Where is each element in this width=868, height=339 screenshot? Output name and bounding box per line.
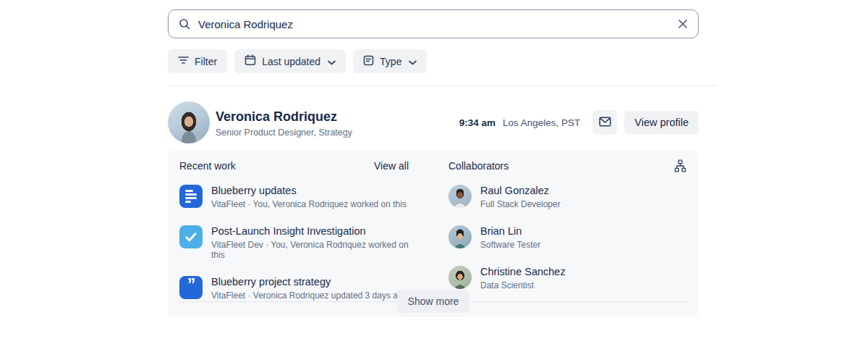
person-role: Senior Product Designer, Strategy <box>216 127 352 138</box>
filter-button[interactable]: Filter <box>168 49 227 73</box>
collaborator-name[interactable]: Brian Lin <box>480 225 540 238</box>
recent-work-item[interactable]: Blueberry updates VitaFleet · You, Veron… <box>179 185 409 209</box>
person-result-header: Veronica Rodriquez Senior Product Design… <box>168 101 699 143</box>
work-item-meta: VitaFleet Dev · You, Veronica Rodriquez … <box>211 240 409 260</box>
clear-search-button[interactable] <box>678 19 688 29</box>
search-results-page: Veronica Rodriquez Filter <box>168 0 699 317</box>
filter-bar: Filter Last updated <box>168 49 699 73</box>
recent-work-item[interactable]: Post-Launch Insight Investigation VitaFl… <box>179 225 409 260</box>
avatar <box>448 266 472 289</box>
last-updated-label: Last updated <box>262 56 320 67</box>
person-result-body: Recent work View all Blueberry updates V… <box>168 151 699 317</box>
work-item-title[interactable]: Blueberry project strategy <box>211 276 407 288</box>
collaborator-item[interactable]: Christine Sanchez Data Scientist <box>448 266 687 290</box>
show-more-button[interactable]: Show more <box>397 290 470 313</box>
calendar-icon <box>244 54 256 68</box>
person-name[interactable]: Veronica Rodriquez <box>216 108 352 125</box>
document-type-icon <box>363 55 374 68</box>
footer-divider <box>469 301 687 302</box>
collaborator-role: Software Tester <box>480 240 540 250</box>
work-item-title[interactable]: Blueberry updates <box>211 185 407 197</box>
search-input[interactable]: Veronica Rodriquez <box>168 9 699 38</box>
chevron-down-icon <box>328 56 336 67</box>
results-divider <box>168 85 716 86</box>
collaborator-role: Full Stack Developer <box>480 199 561 209</box>
document-icon <box>179 185 203 208</box>
collaborators-section: Collaborators Raul Gonzalez Full Stack <box>448 159 687 308</box>
type-label: Type <box>380 56 401 67</box>
view-all-link[interactable]: View all <box>374 160 409 172</box>
search-icon <box>179 18 190 30</box>
work-item-meta: VitaFleet · You, Veronica Rodriquez work… <box>211 199 407 209</box>
footer-divider <box>179 301 397 302</box>
avatar <box>448 185 472 208</box>
collaborator-name[interactable]: Christine Sanchez <box>480 266 566 278</box>
collaborator-role: Data Scientist <box>480 280 566 290</box>
collaborator-item[interactable]: Brian Lin Software Tester <box>448 225 687 250</box>
org-chart-icon[interactable] <box>673 159 687 173</box>
collaborators-title: Collaborators <box>448 160 509 172</box>
chevron-down-icon <box>409 56 417 67</box>
recent-work-title: Recent work <box>179 160 236 172</box>
work-item-title[interactable]: Post-Launch Insight Investigation <box>211 225 409 238</box>
location-timezone: Los Angeles, PST <box>503 117 580 128</box>
filter-label: Filter <box>195 56 217 67</box>
filter-icon <box>178 55 189 67</box>
avatar <box>448 225 472 248</box>
local-time: 9:34 am <box>459 117 495 128</box>
recent-work-section: Recent work View all Blueberry updates V… <box>179 159 409 308</box>
collaborator-item[interactable]: Raul Gonzalez Full Stack Developer <box>448 185 687 209</box>
show-more-area: Show more <box>179 290 687 312</box>
last-updated-dropdown[interactable]: Last updated <box>234 49 346 73</box>
view-profile-button[interactable]: View profile <box>624 111 699 134</box>
checkmark-icon <box>179 225 203 248</box>
avatar[interactable] <box>168 101 210 143</box>
search-query-text[interactable]: Veronica Rodriquez <box>198 18 670 30</box>
type-dropdown[interactable]: Type <box>353 49 427 73</box>
envelope-icon <box>599 117 611 129</box>
message-button[interactable] <box>592 110 617 135</box>
collaborator-name[interactable]: Raul Gonzalez <box>480 185 561 197</box>
